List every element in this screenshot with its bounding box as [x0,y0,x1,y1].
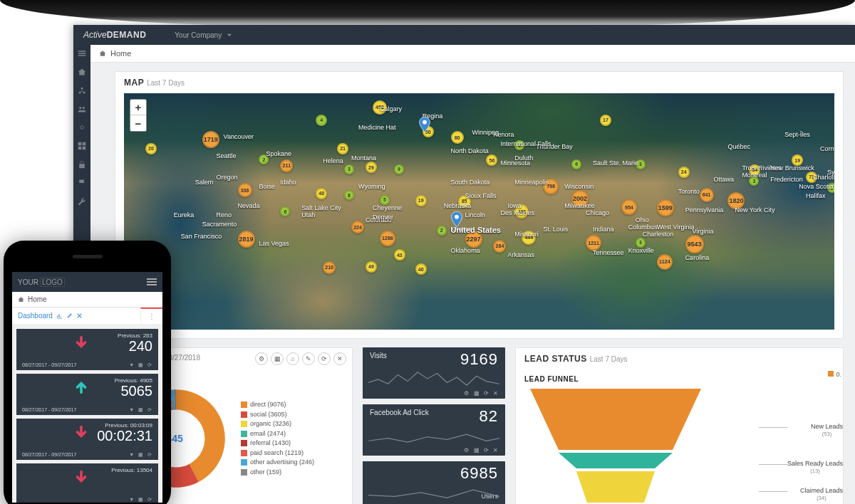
refresh-icon[interactable]: ⟳ [318,352,331,365]
edit-icon[interactable]: ✎ [302,352,315,365]
tile-tools[interactable]: ⚙ ▦ ⟳ ✕ [464,390,499,397]
legend-item[interactable]: referral (1430) [241,439,314,448]
tab-menu-icon[interactable]: ⋮ [140,308,162,324]
city-label: Trois-Rivières [742,164,781,172]
edit-icon[interactable] [66,313,73,319]
legend-item[interactable]: direct (9076) [241,400,314,410]
home-icon[interactable] [78,68,86,76]
gears-icon[interactable] [78,123,86,132]
city-label: Iowa [507,202,521,209]
card-tools[interactable]: ▼ ▦ ⟳ [129,362,153,368]
menu-icon[interactable] [78,49,86,58]
map-cluster[interactable]: 3 [636,238,646,248]
zoom-in-button[interactable]: + [130,100,146,115]
map-canvas[interactable]: + − 458417192021221132993364085198520024… [124,93,834,330]
desktop-app: ActiveDEMAND Your Company Home MAPLast 7… [73,25,855,504]
map-cluster[interactable]: 1599 [657,199,674,216]
city-label: Sacramento [202,221,237,228]
dashboard-tab[interactable]: Dashboard [12,308,88,324]
org-icon[interactable] [78,86,86,95]
users-icon[interactable] [78,105,86,113]
trend-arrow-icon [73,379,89,398]
map-cluster[interactable]: 1719 [202,131,219,148]
tile-tools[interactable]: ⚙ ▦ ⟳ ✕ [464,447,499,453]
city-label: North Dakota [451,147,489,154]
map-cluster[interactable]: 5 [380,195,390,205]
legend-item[interactable]: paid search (1219) [241,448,314,458]
svg-point-5 [81,126,84,130]
map-cluster[interactable]: 9 [394,164,404,174]
metric-tile[interactable]: 6985 Users ⚙ ▦ ⟳ ✕ [363,461,505,504]
map-cluster[interactable]: 1124 [657,254,673,270]
map-cluster[interactable]: 641 [700,188,714,202]
city-label: Milwaukee [564,202,595,209]
legend-item[interactable]: email (2474) [241,429,314,439]
city-label: Eureka [174,211,195,219]
phone-metric-card[interactable]: Previous: 283 240 08/27/2017 - 09/27/201… [16,329,158,370]
trend-arrow-icon [73,335,89,353]
map-cluster[interactable]: 336 [238,183,252,197]
map-cluster[interactable]: 19 [415,195,427,206]
city-label: Wisconsin [564,183,594,190]
city-label: Denver [373,214,393,221]
trend-arrow-icon [73,424,89,443]
map-cluster[interactable]: 1288 [380,231,395,246]
grid-icon[interactable] [78,142,86,150]
city-label: Virginia [693,228,714,235]
hamburger-icon[interactable] [147,278,157,285]
map-cluster[interactable]: 40 [415,263,427,275]
map-cluster[interactable]: 2819 [238,231,255,248]
flag-icon[interactable] [78,179,86,187]
map-pin-icon[interactable] [451,211,462,227]
wrench-icon[interactable] [78,197,86,206]
map-cluster[interactable]: 6 [571,159,581,169]
legend-item[interactable]: social (3605) [241,410,314,420]
close-icon[interactable]: ✕ [333,352,346,365]
metric-tile[interactable]: Visits 9169 ⚙ ▦ ⟳ ✕ [363,347,505,399]
map-cluster[interactable]: 17 [600,115,611,126]
phone-metric-card[interactable]: Previous: 00:03:09 00:02:31 08/27/2017 -… [16,419,158,460]
breadcrumb[interactable]: Home [90,45,855,63]
calendar-icon[interactable]: ▦ [271,352,284,365]
lock-icon[interactable] [78,160,86,169]
city-label: Medicine Hat [358,124,396,131]
map-cluster[interactable]: 80 [451,131,464,144]
map-cluster[interactable]: 20 [145,143,157,154]
funnel-chart: New Leads(53)Sales Ready Leads(13)Claime… [516,389,843,504]
phone-metric-card[interactable]: Previous: 13504 ▼ ▦ ⟳ [16,463,158,503]
main-content: Home MAPLast 7 Days + − 4584171920212211… [90,45,855,504]
svg-rect-6 [78,142,82,146]
map-cluster[interactable]: 2 [437,226,447,236]
city-label: Chicago [586,209,609,216]
map-cluster[interactable]: 49 [366,261,377,273]
map-cluster[interactable]: 3 [344,164,354,174]
axis-zero: 0. [828,371,841,378]
legend-item[interactable]: organic (3236) [241,419,314,429]
metric-tile[interactable]: Facebook Ad Click 82 ⚙ ▦ ⟳ ✕ [363,404,505,456]
card-tools[interactable]: ▼ ▦ ⟳ [129,497,153,503]
company-selector[interactable]: Your Company [175,31,233,39]
card-tools[interactable]: ▼ ▦ ⟳ [129,407,153,413]
legend-item[interactable]: other (159) [241,468,314,478]
map-cluster[interactable]: 210 [323,261,336,274]
phone-breadcrumb[interactable]: Home [12,292,162,308]
map-cluster[interactable]: 24 [678,167,690,178]
zoom-out-button[interactable]: − [130,115,146,131]
home-icon[interactable]: ⌂ [286,352,299,365]
map-cluster[interactable]: 21 [337,143,348,154]
map-cluster[interactable]: 43 [394,249,405,261]
map-cluster[interactable]: 9543 [685,235,704,253]
close-icon[interactable] [76,313,83,319]
city-label: Fredericton [770,176,803,183]
map-pin-icon[interactable] [419,117,430,132]
city-label: Kenora [493,131,514,138]
city-label: Québec [727,143,750,150]
funnel-stage-label: Sales Ready Leads(13) [787,460,843,474]
map-cluster[interactable]: 40 [316,188,327,199]
map-cluster[interactable]: 4 [316,115,327,126]
card-tools[interactable]: ▼ ▦ ⟳ [129,452,153,458]
phone-metric-card[interactable]: Previous: 4905 5065 08/27/2017 - 09/27/2… [16,374,158,415]
gear-icon[interactable]: ⚙ [255,352,268,365]
legend-item[interactable]: other advertising (246) [241,458,314,468]
city-label: Nova Scotia [799,183,834,190]
